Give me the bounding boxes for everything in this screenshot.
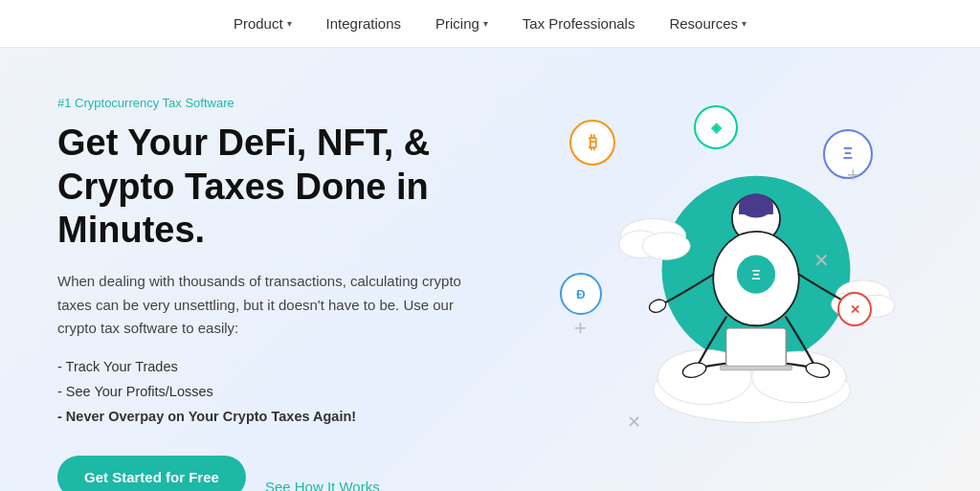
nav-item-integrations[interactable]: Integrations	[326, 15, 401, 32]
plus-decoration-icon: +	[574, 316, 587, 341]
nav-item-tax-professionals[interactable]: Tax Professionals	[523, 15, 635, 32]
hero-section: #1 Cryptocurrency Tax Software Get Your …	[0, 48, 980, 491]
hero-illustration: Ξ ₿ ◈ Ξ Ð ✕ +	[555, 86, 923, 491]
nav-integrations-label: Integrations	[326, 15, 401, 32]
chevron-down-icon: ▾	[287, 18, 292, 29]
dash-coin-icon: Ð	[560, 273, 602, 315]
see-how-button[interactable]: See How It Works	[265, 479, 380, 491]
nav-item-product[interactable]: Product ▾	[234, 15, 292, 32]
feature-list: - Track Your Trades - See Your Profits/L…	[57, 354, 555, 429]
x-decoration-icon: ✕	[627, 412, 641, 433]
feature-item: - Never Overpay on Your Crypto Taxes Aga…	[57, 404, 555, 429]
nav-item-resources[interactable]: Resources ▾	[669, 15, 746, 32]
chevron-down-icon: ▾	[483, 18, 488, 29]
hero-title: Get Your DeFi, NFT, & Crypto Taxes Done …	[57, 122, 555, 253]
svg-text:Ξ: Ξ	[751, 267, 760, 282]
hero-description: When dealing with thousands of transacti…	[57, 270, 479, 341]
chevron-down-icon: ▾	[742, 18, 746, 29]
x-decoration-icon: ✕	[813, 249, 830, 272]
navigation: Product ▾ Integrations Pricing ▾ Tax Pro…	[0, 0, 980, 48]
error-coin-icon: ✕	[837, 292, 872, 326]
plus-decoration-icon: +	[847, 163, 859, 188]
nav-resources-label: Resources	[669, 15, 738, 32]
svg-rect-21	[720, 366, 791, 369]
feature-item: - Track Your Trades	[57, 354, 555, 379]
hero-badge: #1 Cryptocurrency Tax Software	[57, 96, 555, 110]
hero-content: #1 Cryptocurrency Tax Software Get Your …	[57, 86, 555, 491]
svg-rect-20	[726, 328, 787, 367]
svg-point-16	[648, 298, 668, 315]
svg-rect-12	[739, 206, 773, 214]
cta-row: Get Started for Free [No Credit Card Req…	[57, 456, 555, 491]
nav-product-label: Product	[234, 15, 283, 32]
feature-item: - See Your Profits/Losses	[57, 379, 555, 404]
nav-item-pricing[interactable]: Pricing ▾	[435, 15, 488, 32]
nav-tax-label: Tax Professionals	[523, 15, 635, 32]
bitcoin-coin-icon: ₿	[569, 120, 615, 166]
svg-point-6	[642, 233, 690, 260]
get-started-button[interactable]: Get Started for Free	[57, 456, 246, 491]
nav-pricing-label: Pricing	[435, 15, 479, 32]
binance-coin-icon: ◈	[694, 105, 738, 149]
